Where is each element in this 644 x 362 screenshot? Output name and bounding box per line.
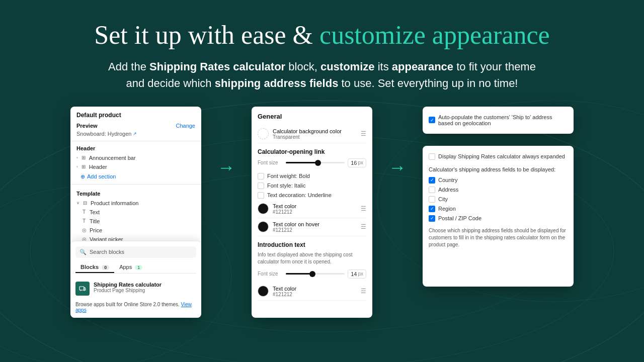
chevron-down-icon: ∨ <box>76 201 79 205</box>
font-style-checkbox-row[interactable]: Font style: Italic <box>258 181 366 191</box>
tree-item-header[interactable]: › ⊞ Header <box>70 162 201 171</box>
arrow-icon: → <box>217 157 235 178</box>
arrow-1: → <box>201 157 252 178</box>
svg-rect-5 <box>79 287 84 290</box>
chevron-icon: › <box>76 155 78 160</box>
svg-point-6 <box>80 290 82 291</box>
country-row[interactable]: ✓ Country <box>429 175 568 185</box>
general-settings-panel: General Calculator background color Tran… <box>252 107 372 318</box>
grid-icon: ⊟ <box>82 200 89 206</box>
title-icon: T <box>80 218 88 224</box>
panel-header: Default product Preview Change Snowboard… <box>70 107 201 141</box>
add-section-button[interactable]: ⊕ Add section <box>70 171 201 182</box>
region-row[interactable]: ✓ Region <box>429 204 568 214</box>
auto-populate-row[interactable]: ✓ Auto-populate the customers' 'Ship to'… <box>429 113 568 128</box>
layout-icon: ⊞ <box>80 155 87 160</box>
region-checkbox[interactable]: ✓ <box>429 206 435 212</box>
font-style-checkbox[interactable] <box>258 183 264 189</box>
postal-checkbox[interactable]: ✓ <box>429 215 435 222</box>
intro-text-title: Introduction text <box>258 241 366 248</box>
text-decoration-checkbox[interactable] <box>258 192 264 199</box>
tree-item-title[interactable]: T Title <box>74 217 201 226</box>
arrow-2: → <box>372 157 423 178</box>
text-decoration-checkbox-row[interactable]: Text decoration: Underline <box>258 191 366 200</box>
arrow-icon: → <box>388 157 407 178</box>
fields-title: Calculator's shipping address fields to … <box>429 166 568 172</box>
external-link-icon: ↗ <box>133 131 137 136</box>
intro-text-color-row[interactable]: Text color #121212 ☰ <box>258 283 366 301</box>
opening-link-title: Calculator-opening link <box>258 148 366 155</box>
layout-icon: ⊞ <box>80 164 87 169</box>
postal-row[interactable]: ✓ Postal / ZIP Code <box>429 214 568 223</box>
hero-title: Set it up with ease & customize appearan… <box>30 20 614 50</box>
bg-color-row[interactable]: Calculator background color Transparent … <box>258 125 366 143</box>
text-hover-row[interactable]: Text color on hover #121212 ☰ <box>258 218 366 236</box>
city-checkbox[interactable] <box>429 196 435 203</box>
apps-tab[interactable]: Apps 1 <box>114 262 147 273</box>
country-checkbox[interactable]: ✓ <box>429 177 435 184</box>
font-size-row: Font size 16 px <box>258 158 366 167</box>
hero-subtitle: Add the Shipping Rates calculator block,… <box>30 58 614 92</box>
chevron-icon: › <box>76 164 78 169</box>
panel2-title: General <box>258 113 366 120</box>
bg-color-swatch <box>258 128 269 139</box>
list-icon: ☰ <box>361 205 366 212</box>
city-row[interactable]: City <box>429 195 568 204</box>
address-fields-panel: Display Shipping Rates calculator always… <box>423 146 574 287</box>
block-info: Shipping Rates calculator Product Page S… <box>94 282 196 293</box>
font-weight-checkbox-row[interactable]: Font weight: Bold <box>258 171 366 181</box>
address-note: Choose which shipping address fields sho… <box>429 227 568 248</box>
always-expanded-row[interactable]: Display Shipping Rates calculator always… <box>429 152 568 161</box>
address-row[interactable]: Address <box>429 185 568 195</box>
hero-section: Set it up with ease & customize appearan… <box>0 0 644 102</box>
blocks-popup: 🔍 Search blocks Blocks 0 Apps 1 <box>70 241 201 318</box>
font-weight-checkbox[interactable] <box>258 173 264 179</box>
intro-text-note: Info text displayed above the shipping c… <box>258 251 366 265</box>
tree-item-price[interactable]: ◎ Price <box>74 226 201 235</box>
always-expanded-checkbox[interactable] <box>429 153 435 160</box>
tree-item-product-info[interactable]: ∨ ⊟ Product information <box>70 199 201 208</box>
text-color-row[interactable]: Text color #121212 ☰ <box>258 200 366 218</box>
list-icon: ☰ <box>361 288 366 295</box>
panel-title: Default product <box>76 112 195 119</box>
preview-row: Preview Change <box>76 123 195 129</box>
intro-font-size-row: Font size 14 px <box>258 269 366 279</box>
tabs-row: Blocks 0 Apps 1 <box>75 262 196 274</box>
text-color-swatch <box>258 203 269 214</box>
search-icon: 🔍 <box>79 249 87 255</box>
block-item-shipping[interactable]: Shipping Rates calculator Product Page S… <box>75 279 196 299</box>
text-hover-swatch <box>258 221 269 232</box>
browse-apps-text: Browse apps built for Online Store 2.0 t… <box>75 302 196 313</box>
text-icon: T <box>80 209 88 215</box>
auto-populate-panel: ✓ Auto-populate the customers' 'Ship to'… <box>423 107 574 134</box>
tree-item-announcement[interactable]: › ⊞ Announcement bar <box>70 153 201 162</box>
panels-right-col: ✓ Auto-populate the customers' 'Ship to'… <box>423 107 574 287</box>
font-size-slider[interactable] <box>286 162 345 163</box>
shipping-block-icon <box>75 282 90 296</box>
panels-container: Default product Preview Change Snowboard… <box>0 107 644 318</box>
blocks-tab[interactable]: Blocks 0 <box>75 262 114 273</box>
search-box[interactable]: 🔍 Search blocks <box>75 246 196 258</box>
tree-item-text[interactable]: T Text <box>74 208 201 217</box>
address-checkbox[interactable] <box>429 187 435 193</box>
font-size-input[interactable]: 16 px <box>348 158 366 167</box>
svg-point-7 <box>84 290 85 291</box>
intro-font-size-slider[interactable] <box>286 273 345 275</box>
intro-font-size-input[interactable]: 14 px <box>348 269 366 279</box>
auto-populate-checkbox[interactable]: ✓ <box>429 117 435 123</box>
plus-circle-icon: ⊕ <box>80 173 85 180</box>
price-icon: ◎ <box>80 227 88 233</box>
preview-value: Snowboard: Hydrogen ↗ <box>76 131 195 137</box>
list-icon: ☰ <box>361 130 366 137</box>
theme-editor-panel: Default product Preview Change Snowboard… <box>70 107 201 318</box>
list-icon: ☰ <box>361 223 366 230</box>
intro-text-color-swatch <box>258 286 269 297</box>
